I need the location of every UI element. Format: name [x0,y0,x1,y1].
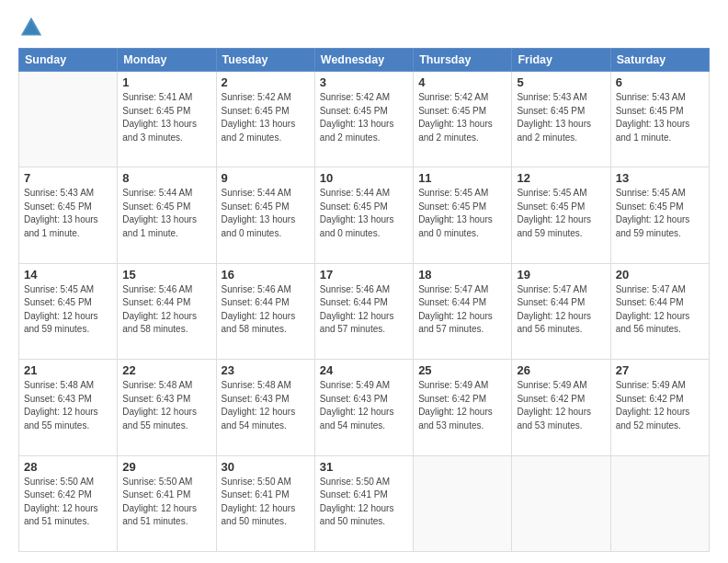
day-info: Sunrise: 5:43 AM Sunset: 6:45 PM Dayligh… [517,91,605,144]
calendar-cell: 30Sunrise: 5:50 AM Sunset: 6:41 PM Dayli… [216,455,314,551]
day-info: Sunrise: 5:50 AM Sunset: 6:42 PM Dayligh… [24,476,112,529]
calendar-cell: 16Sunrise: 5:46 AM Sunset: 6:44 PM Dayli… [216,263,314,359]
calendar-cell: 17Sunrise: 5:46 AM Sunset: 6:44 PM Dayli… [314,263,413,359]
day-number: 21 [24,363,112,377]
day-number: 30 [222,460,310,474]
day-number: 24 [320,363,408,377]
calendar-cell: 9Sunrise: 5:44 AM Sunset: 6:45 PM Daylig… [216,167,314,263]
calendar-cell: 5Sunrise: 5:43 AM Sunset: 6:45 PM Daylig… [512,72,610,167]
calendar-cell: 25Sunrise: 5:49 AM Sunset: 6:42 PM Dayli… [414,360,512,455]
day-info: Sunrise: 5:43 AM Sunset: 6:45 PM Dayligh… [616,91,704,144]
logo [18,15,48,40]
calendar-cell: 15Sunrise: 5:46 AM Sunset: 6:44 PM Dayli… [118,263,216,359]
day-info: Sunrise: 5:49 AM Sunset: 6:42 PM Dayligh… [418,379,506,432]
day-number: 2 [222,75,310,89]
day-number: 20 [616,268,704,282]
calendar-cell: 26Sunrise: 5:49 AM Sunset: 6:42 PM Dayli… [512,360,610,455]
day-info: Sunrise: 5:42 AM Sunset: 6:45 PM Dayligh… [320,91,408,144]
calendar-cell: 18Sunrise: 5:47 AM Sunset: 6:44 PM Dayli… [414,263,512,359]
day-number: 15 [122,268,210,282]
day-info: Sunrise: 5:47 AM Sunset: 6:44 PM Dayligh… [418,283,506,337]
day-number: 23 [222,363,310,377]
calendar-cell [414,455,512,551]
day-number: 31 [320,460,408,474]
day-info: Sunrise: 5:44 AM Sunset: 6:45 PM Dayligh… [122,187,210,240]
day-info: Sunrise: 5:41 AM Sunset: 6:45 PM Dayligh… [122,91,210,144]
calendar-cell: 28Sunrise: 5:50 AM Sunset: 6:42 PM Dayli… [19,455,118,551]
day-info: Sunrise: 5:49 AM Sunset: 6:43 PM Dayligh… [320,379,408,432]
day-info: Sunrise: 5:43 AM Sunset: 6:45 PM Dayligh… [24,187,112,240]
day-header-tuesday: Tuesday [216,49,314,72]
day-number: 17 [320,268,408,282]
day-number: 5 [517,75,605,89]
calendar-cell: 31Sunrise: 5:50 AM Sunset: 6:41 PM Dayli… [314,455,413,551]
day-info: Sunrise: 5:46 AM Sunset: 6:44 PM Dayligh… [320,283,408,337]
day-header-monday: Monday [118,49,216,72]
calendar-cell: 6Sunrise: 5:43 AM Sunset: 6:45 PM Daylig… [610,72,709,167]
day-info: Sunrise: 5:47 AM Sunset: 6:44 PM Dayligh… [616,283,704,337]
calendar-cell: 29Sunrise: 5:50 AM Sunset: 6:41 PM Dayli… [118,455,216,551]
calendar-cell: 2Sunrise: 5:42 AM Sunset: 6:45 PM Daylig… [216,72,314,167]
day-info: Sunrise: 5:49 AM Sunset: 6:42 PM Dayligh… [616,379,704,432]
day-header-friday: Friday [512,49,610,72]
calendar-cell: 7Sunrise: 5:43 AM Sunset: 6:45 PM Daylig… [19,167,118,263]
day-number: 26 [517,363,605,377]
week-row-4: 28Sunrise: 5:50 AM Sunset: 6:42 PM Dayli… [19,455,710,551]
calendar-cell: 23Sunrise: 5:48 AM Sunset: 6:43 PM Dayli… [216,360,314,455]
day-info: Sunrise: 5:48 AM Sunset: 6:43 PM Dayligh… [24,379,112,432]
day-number: 29 [122,460,210,474]
day-header-wednesday: Wednesday [314,49,413,72]
day-number: 12 [517,171,605,185]
calendar-cell [19,72,118,167]
day-info: Sunrise: 5:48 AM Sunset: 6:43 PM Dayligh… [222,379,310,432]
day-number: 27 [616,363,704,377]
header-row: SundayMondayTuesdayWednesdayThursdayFrid… [19,49,710,72]
calendar-cell: 1Sunrise: 5:41 AM Sunset: 6:45 PM Daylig… [118,72,216,167]
header [18,15,710,40]
day-info: Sunrise: 5:44 AM Sunset: 6:45 PM Dayligh… [222,187,310,240]
day-info: Sunrise: 5:45 AM Sunset: 6:45 PM Dayligh… [616,187,704,240]
day-info: Sunrise: 5:50 AM Sunset: 6:41 PM Dayligh… [122,476,210,529]
day-header-thursday: Thursday [414,49,512,72]
day-number: 7 [24,171,112,185]
day-info: Sunrise: 5:47 AM Sunset: 6:44 PM Dayligh… [517,283,605,337]
logo-icon [18,15,44,40]
calendar-cell: 10Sunrise: 5:44 AM Sunset: 6:45 PM Dayli… [314,167,413,263]
day-number: 4 [418,75,506,89]
calendar-cell: 12Sunrise: 5:45 AM Sunset: 6:45 PM Dayli… [512,167,610,263]
calendar-cell [610,455,709,551]
day-number: 28 [24,460,112,474]
calendar-cell: 19Sunrise: 5:47 AM Sunset: 6:44 PM Dayli… [512,263,610,359]
day-number: 18 [418,268,506,282]
day-number: 6 [616,75,704,89]
day-info: Sunrise: 5:45 AM Sunset: 6:45 PM Dayligh… [418,187,506,240]
calendar-cell: 20Sunrise: 5:47 AM Sunset: 6:44 PM Dayli… [610,263,709,359]
day-info: Sunrise: 5:50 AM Sunset: 6:41 PM Dayligh… [320,476,408,529]
day-number: 25 [418,363,506,377]
calendar-cell: 8Sunrise: 5:44 AM Sunset: 6:45 PM Daylig… [118,167,216,263]
calendar-cell: 24Sunrise: 5:49 AM Sunset: 6:43 PM Dayli… [314,360,413,455]
day-number: 11 [418,171,506,185]
week-row-2: 14Sunrise: 5:45 AM Sunset: 6:45 PM Dayli… [19,263,710,359]
calendar-cell: 3Sunrise: 5:42 AM Sunset: 6:45 PM Daylig… [314,72,413,167]
calendar-cell: 13Sunrise: 5:45 AM Sunset: 6:45 PM Dayli… [610,167,709,263]
day-header-saturday: Saturday [610,49,709,72]
calendar-cell: 22Sunrise: 5:48 AM Sunset: 6:43 PM Dayli… [118,360,216,455]
day-number: 19 [517,268,605,282]
day-info: Sunrise: 5:48 AM Sunset: 6:43 PM Dayligh… [122,379,210,432]
day-info: Sunrise: 5:50 AM Sunset: 6:41 PM Dayligh… [222,476,310,529]
day-number: 9 [222,171,310,185]
day-number: 1 [122,75,210,89]
day-number: 8 [122,171,210,185]
day-header-sunday: Sunday [19,49,118,72]
day-number: 22 [122,363,210,377]
day-number: 10 [320,171,408,185]
calendar-cell: 21Sunrise: 5:48 AM Sunset: 6:43 PM Dayli… [19,360,118,455]
day-info: Sunrise: 5:44 AM Sunset: 6:45 PM Dayligh… [320,187,408,240]
page: SundayMondayTuesdayWednesdayThursdayFrid… [0,0,728,563]
day-info: Sunrise: 5:42 AM Sunset: 6:45 PM Dayligh… [418,91,506,144]
day-number: 13 [616,171,704,185]
day-info: Sunrise: 5:45 AM Sunset: 6:45 PM Dayligh… [24,283,112,337]
calendar-cell: 27Sunrise: 5:49 AM Sunset: 6:42 PM Dayli… [610,360,709,455]
day-info: Sunrise: 5:45 AM Sunset: 6:45 PM Dayligh… [517,187,605,240]
